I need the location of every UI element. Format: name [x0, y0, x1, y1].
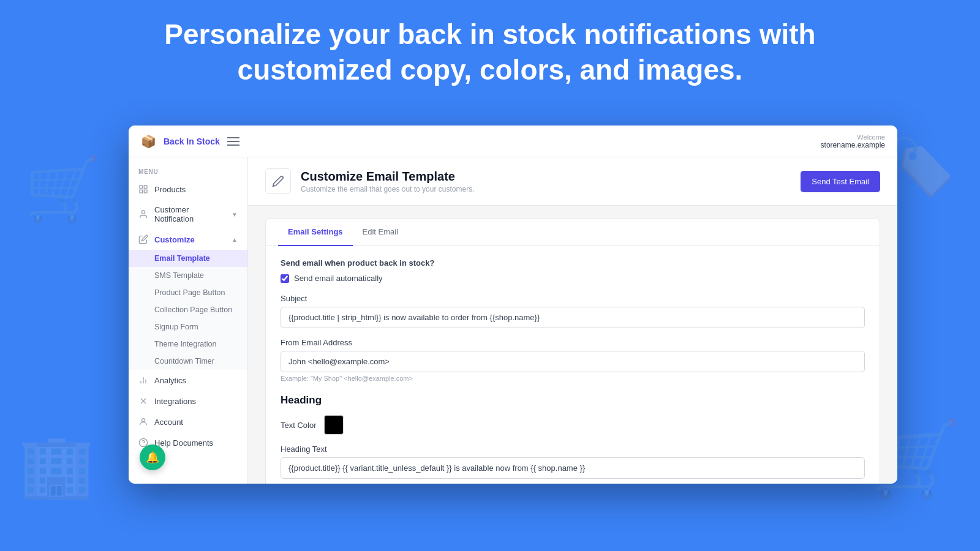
main-card: Email Settings Edit Email Send email whe…: [265, 218, 880, 484]
heading-section-title: Heading: [281, 394, 865, 407]
logo-text: Back In Stock: [164, 137, 220, 146]
sidebar: MENU Products Customer Notification ▼ Cu…: [129, 157, 248, 484]
svg-rect-2: [140, 190, 143, 193]
sidebar-item-integrations[interactable]: Integrations: [129, 391, 247, 411]
svg-point-8: [141, 419, 145, 422]
sidebar-item-customize[interactable]: Customize ▲: [129, 229, 247, 250]
menu-label: MENU: [129, 162, 247, 179]
send-automatically-checkbox[interactable]: [281, 274, 289, 283]
from-email-input[interactable]: [281, 351, 865, 372]
app-header: 📦 Back In Stock Welcome storename.exampl…: [129, 126, 897, 157]
text-color-swatch[interactable]: [324, 415, 344, 435]
chevron-up-icon: ▲: [232, 236, 238, 243]
send-automatically-label: Send email automatically: [294, 274, 383, 283]
deco-building-icon: 🏢: [18, 430, 95, 502]
submenu-item-product-page-button[interactable]: Product Page Button: [129, 284, 247, 301]
svg-point-4: [141, 211, 145, 214]
edit-icon: [138, 234, 148, 244]
subject-group: Subject: [281, 294, 865, 328]
page-header: Customize Email Template Customize the e…: [248, 157, 897, 206]
header-left: 📦 Back In Stock: [141, 134, 239, 149]
header-right: Welcome storename.example: [821, 133, 885, 149]
content-area: Email Settings Edit Email Send email whe…: [248, 206, 897, 484]
tab-edit-email[interactable]: Edit Email: [353, 219, 409, 246]
user-icon: [138, 209, 148, 219]
plug-icon: [138, 396, 148, 406]
heading-text-group: Heading Text: [281, 444, 865, 479]
form-content: Send email when product back in stock? S…: [266, 246, 880, 484]
submenu: Email Template SMS Template Product Page…: [129, 250, 247, 370]
submenu-item-collection-page-button[interactable]: Collection Page Button: [129, 301, 247, 318]
page-title: Customize Email Template: [301, 170, 474, 184]
chevron-icon: ▼: [232, 211, 238, 218]
from-email-hint: Example: "My Shop" <hello@example.com>: [281, 375, 865, 382]
main-content: Customize Email Template Customize the e…: [248, 157, 897, 484]
submenu-item-signup-form[interactable]: Signup Form: [129, 318, 247, 335]
store-name: storename.example: [821, 141, 885, 149]
welcome-label: Welcome: [821, 133, 885, 141]
deco-cart-left-icon: 🛒: [24, 153, 101, 225]
tabs: Email Settings Edit Email: [266, 219, 880, 246]
send-test-email-button[interactable]: Send Test Email: [801, 171, 880, 192]
pencil-icon: [272, 175, 284, 187]
heading-text-input[interactable]: [281, 457, 865, 479]
sidebar-item-account[interactable]: Account: [129, 411, 247, 432]
account-icon: [138, 417, 148, 427]
color-row: Text Color: [281, 415, 865, 435]
page-title-group: Customize Email Template Customize the e…: [301, 170, 474, 193]
logo-icon: 📦: [141, 134, 156, 149]
from-email-label: From Email Address: [281, 338, 865, 347]
subject-label: Subject: [281, 294, 865, 303]
notification-bell[interactable]: 🔔: [140, 444, 165, 470]
tab-email-settings[interactable]: Email Settings: [278, 219, 353, 246]
sidebar-item-products[interactable]: Products: [129, 179, 247, 200]
send-automatically-row: Send email automatically: [281, 274, 865, 283]
svg-rect-1: [144, 186, 147, 189]
chart-icon: [138, 375, 148, 385]
grid-icon: [138, 184, 148, 194]
sidebar-item-customer-notification[interactable]: Customer Notification ▼: [129, 200, 247, 229]
sidebar-item-analytics[interactable]: Analytics: [129, 370, 247, 391]
subject-input[interactable]: [281, 307, 865, 328]
hero-text: Personalize your back in stock notificat…: [0, 0, 980, 100]
page-subtitle: Customize the email that goes out to you…: [301, 185, 474, 193]
text-color-label: Text Color: [281, 421, 317, 430]
send-when-label: Send email when product back in stock?: [281, 258, 865, 268]
text-color-group: Text Color: [281, 415, 865, 435]
page-header-left: Customize Email Template Customize the e…: [265, 168, 474, 194]
send-when-group: Send email when product back in stock? S…: [281, 258, 865, 283]
submenu-item-email-template[interactable]: Email Template: [129, 250, 247, 267]
hamburger-menu[interactable]: [227, 137, 239, 146]
svg-rect-0: [140, 186, 143, 189]
svg-rect-3: [144, 190, 147, 193]
app-window: 📦 Back In Stock Welcome storename.exampl…: [129, 126, 897, 484]
from-email-group: From Email Address Example: "My Shop" <h…: [281, 338, 865, 382]
submenu-item-theme-integration[interactable]: Theme Integration: [129, 335, 247, 353]
submenu-item-countdown-timer[interactable]: Countdown Timer: [129, 353, 247, 370]
app-body: MENU Products Customer Notification ▼ Cu…: [129, 157, 897, 484]
heading-text-label: Heading Text: [281, 444, 865, 454]
submenu-item-sms-template[interactable]: SMS Template: [129, 267, 247, 284]
page-icon-wrap: [265, 168, 291, 194]
